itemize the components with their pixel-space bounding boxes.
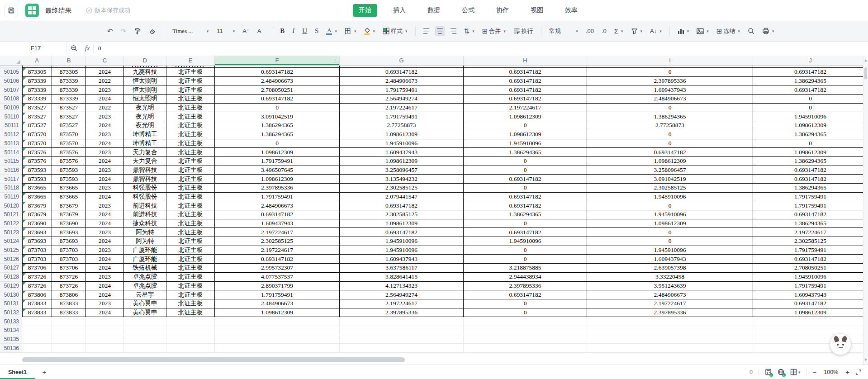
freeze-panes-button[interactable]: ⊞冻结 — [714, 25, 742, 37]
cell-J50117[interactable]: 0.693147182 — [753, 175, 868, 184]
cell-A50130[interactable]: 873806 — [22, 290, 52, 299]
cell-J50107[interactable]: 0.693147182 — [753, 85, 868, 95]
cell-E50110[interactable]: 北证主板 — [166, 112, 215, 121]
cell-F50112[interactable]: 1.386294365 — [215, 130, 340, 139]
cell-J50118[interactable]: 1.386294365 — [753, 184, 868, 193]
cell-B50110[interactable]: 873527 — [52, 112, 86, 121]
cell-F50116[interactable]: 3.496507645 — [215, 166, 340, 175]
row-header-50114[interactable]: 50114 — [0, 148, 22, 157]
cell-G50120[interactable]: 0.693147182 — [340, 201, 464, 210]
cell-C50123[interactable]: 2023 — [86, 228, 124, 237]
cell[interactable] — [464, 344, 587, 353]
undo-button[interactable]: ↶ — [105, 26, 115, 36]
row-header-50135[interactable]: 50135 — [0, 335, 22, 344]
cell-F50124[interactable]: 2.302585125 — [215, 237, 340, 246]
cell-J50129[interactable]: 1.791759491 — [753, 282, 868, 291]
cell-F50117[interactable]: 1.098612309 — [215, 175, 340, 184]
cell-E50132[interactable]: 北证主板 — [166, 308, 215, 317]
column-header-B[interactable]: B — [52, 56, 86, 66]
cell-B50117[interactable]: 873593 — [52, 175, 86, 184]
row-header-50128[interactable]: 50128 — [0, 273, 22, 282]
cell-C50112[interactable]: 2023 — [86, 130, 124, 139]
cell-I50132[interactable]: 2.397895336 — [587, 308, 753, 317]
zoom-in-button[interactable]: + — [845, 368, 849, 376]
cell-C50106[interactable]: 2022 — [86, 77, 124, 86]
cell-B50126[interactable]: 873703 — [52, 255, 86, 264]
row-header-50118[interactable]: 50118 — [0, 184, 22, 193]
column-header-H[interactable]: H — [464, 56, 587, 66]
cell-E50123[interactable]: 北证主板 — [166, 228, 215, 237]
cell-D50120[interactable]: 前进科技 — [124, 201, 166, 210]
cell-C50107[interactable]: 2023 — [86, 85, 124, 95]
cell-F50107[interactable]: 2.708050251 — [215, 85, 340, 95]
clear-format-button[interactable] — [147, 26, 158, 37]
cell-J50131[interactable]: 0.693147182 — [753, 299, 868, 308]
row-header-50113[interactable]: 50113 — [0, 139, 22, 148]
cell-A50119[interactable]: 873665 — [22, 193, 52, 202]
font-name-select[interactable]: Times ... — [170, 26, 211, 37]
column-header-J[interactable]: J — [753, 56, 868, 66]
row-header-50112[interactable]: 50112 — [0, 130, 22, 139]
add-sheet-button[interactable]: + — [40, 368, 49, 377]
cell-F50130[interactable]: 1.791759491 — [215, 290, 340, 299]
cell-E50129[interactable]: 北证主板 — [166, 282, 215, 291]
cell-E50107[interactable]: 北证主板 — [166, 85, 215, 95]
cell-D50127[interactable]: 铁拓机械 — [124, 264, 166, 273]
cell-D50118[interactable]: 科强股份 — [124, 184, 166, 193]
cell[interactable] — [52, 335, 86, 344]
cell-G50131[interactable]: 2.197224617 — [340, 299, 464, 308]
cell-C50118[interactable]: 2023 — [86, 184, 124, 193]
row-header-50115[interactable]: 50115 — [0, 157, 22, 166]
cell-H50130[interactable]: 0.693147182 — [464, 290, 587, 299]
cell-B50113[interactable]: 873570 — [52, 139, 86, 148]
cell-D50105[interactable]: 九菱科技 — [124, 68, 166, 77]
cell-I50116[interactable]: 3.258096457 — [587, 166, 753, 175]
cell-B50111[interactable]: 873527 — [52, 121, 86, 130]
cell-I50119[interactable]: 1.945910096 — [587, 193, 753, 202]
cell-D50124[interactable]: 阿为特 — [124, 237, 166, 246]
cell-C50115[interactable]: 2024 — [86, 157, 124, 166]
cell-F50119[interactable]: 1.791759491 — [215, 193, 340, 202]
align-center-button[interactable] — [435, 26, 445, 36]
cell-B50112[interactable]: 873570 — [52, 130, 86, 139]
cell[interactable] — [124, 317, 166, 326]
cell-H50109[interactable]: 2.197224617 — [464, 104, 587, 113]
ribbon-tab-数据[interactable]: 数据 — [422, 4, 446, 17]
cell-J50128[interactable]: 1.945910096 — [753, 273, 868, 282]
cell-G50116[interactable]: 3.258096457 — [340, 166, 464, 175]
cell-I50123[interactable]: 0 — [587, 228, 753, 237]
cell-G50132[interactable]: 2.397895336 — [340, 308, 464, 317]
cell-J50123[interactable]: 2.197224617 — [753, 228, 868, 237]
horizontal-scrollbar[interactable] — [22, 357, 405, 362]
cell-B50131[interactable]: 873833 — [52, 299, 86, 308]
cell-C50125[interactable]: 2023 — [86, 246, 124, 255]
cell-J50110[interactable]: 1.945910096 — [753, 112, 868, 121]
vertical-align-button[interactable]: ⇅ — [462, 26, 477, 36]
cell-A50120[interactable]: 873679 — [22, 201, 52, 210]
row-header-50105[interactable]: 50105 — [0, 68, 22, 77]
cell-H50126[interactable]: 0 — [464, 255, 587, 264]
cell-E50108[interactable]: 北证主板 — [166, 95, 215, 104]
cell-H50127[interactable]: 3.218875885 — [464, 264, 587, 273]
cell-D50114[interactable]: 天力复合 — [124, 148, 166, 157]
scroll-up-arrow[interactable] — [864, 59, 867, 62]
cell-J50121[interactable]: 0.693147182 — [753, 210, 868, 219]
column-header-A[interactable]: A — [22, 56, 52, 66]
cell-H50113[interactable]: 1.945910096 — [464, 139, 587, 148]
cell-G50115[interactable]: 1.098612309 — [340, 157, 464, 166]
cell[interactable] — [753, 326, 868, 335]
cell-I50118[interactable]: 2.302585125 — [587, 184, 753, 193]
print-button[interactable] — [760, 26, 777, 36]
name-box[interactable]: F17 — [5, 42, 66, 55]
cell-B50105[interactable]: 873305 — [52, 68, 86, 77]
cell-D50115[interactable]: 天力复合 — [124, 157, 166, 166]
cell-A50128[interactable]: 873726 — [22, 273, 52, 282]
cell-E50125[interactable]: 北证主板 — [166, 246, 215, 255]
cell-H50119[interactable]: 0.693147182 — [464, 193, 587, 202]
cell-D50111[interactable]: 夜光明 — [124, 121, 166, 130]
cell[interactable] — [340, 317, 464, 326]
cell-A50131[interactable]: 873833 — [22, 299, 52, 308]
row-header-50107[interactable]: 50107 — [0, 85, 22, 95]
cell-H50125[interactable]: 0 — [464, 246, 587, 255]
cell-D50128[interactable]: 卓兆点胶 — [124, 273, 166, 282]
